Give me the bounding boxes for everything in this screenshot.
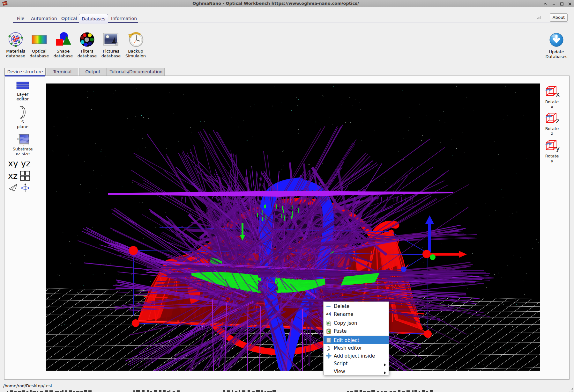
clipped-glyph (430, 390, 433, 392)
ribbon-button-shape[interactable]: Shape database (51, 32, 75, 58)
clipped-glyph (402, 391, 405, 392)
about-button[interactable]: About (550, 13, 568, 22)
resize-grip-icon[interactable] (569, 387, 573, 391)
view-tab-output[interactable]: Output (79, 68, 107, 76)
clipped-glyph (256, 390, 259, 392)
clipped-glyph (88, 390, 92, 392)
clipped-glyph (393, 391, 396, 392)
shade-button[interactable] (542, 1, 549, 8)
submenu-arrow-icon (384, 370, 386, 373)
ribbon-button-label: Filters database (75, 49, 99, 58)
clipped-glyph (232, 390, 233, 392)
menu-tab-databases[interactable]: Databases (79, 14, 108, 24)
filter-wheel-icon (79, 32, 95, 47)
close-button[interactable] (566, 1, 573, 8)
clipped-glyph (45, 390, 48, 392)
clipped-glyph (169, 390, 170, 392)
edit-square-icon (326, 338, 332, 343)
menu-item-label: Paste (334, 328, 347, 334)
sidebar-label: S plane (5, 120, 40, 129)
clipped-glyph (14, 391, 17, 392)
clipped-glyph (30, 390, 32, 392)
menu-tab-information[interactable]: Information (111, 15, 137, 22)
layers-icon[interactable] (16, 82, 30, 91)
picture-icon (103, 32, 119, 47)
clipped-glyph (133, 390, 135, 392)
clipped-glyph (69, 390, 72, 392)
grid-2x2-icon[interactable] (20, 171, 30, 182)
menu-item-label: Script (334, 361, 348, 367)
rotate-axis-letter: z (556, 117, 559, 125)
clipped-glyph (62, 390, 63, 392)
clipped-glyph (49, 390, 53, 392)
clipped-glyph (80, 391, 83, 392)
clipped-glyph (37, 391, 38, 392)
clipped-glyph (147, 390, 149, 392)
view-tab-tutorials-documentation[interactable]: Tutorials/Documentation (108, 68, 165, 76)
s-plane-icon[interactable] (19, 105, 26, 120)
menu-item-label: Mesh editor (334, 345, 362, 351)
menu-item-script[interactable]: Script (324, 360, 389, 368)
sidebar-label: Layer editor (5, 92, 40, 101)
clipped-glyph (398, 390, 400, 392)
menu-item-mesh-editor[interactable]: Mesh editor (324, 344, 389, 352)
clipped-glyph (367, 391, 370, 392)
ribbon-button-optical[interactable]: Optical database (27, 32, 51, 58)
clipped-glyph (22, 390, 26, 392)
minimize-button[interactable] (550, 1, 557, 8)
clipped-glyph (412, 390, 414, 392)
clipped-glyph (360, 390, 362, 392)
clipped-glyph (18, 391, 21, 392)
menu-separator (324, 336, 388, 336)
maximize-button[interactable] (558, 1, 565, 8)
menu-item-label: Add object inside (334, 353, 375, 359)
window-title: OghmaNano - Optical Workbench https://ww… (0, 0, 551, 7)
menu-tab-automation[interactable]: Automation (31, 15, 57, 22)
rename-icon: Ab (326, 311, 332, 317)
menu-item-copy-json[interactable]: Copy json (324, 319, 389, 327)
clipped-glyph (60, 391, 62, 392)
view-button-xz[interactable]: xz (8, 171, 18, 181)
menu-item-view[interactable]: View (324, 368, 389, 376)
clipped-glyph (261, 390, 263, 392)
backup-clock-icon (128, 32, 144, 47)
clipped-glyph (390, 391, 392, 392)
ribbon-button-materials[interactable]: Materials database (4, 32, 28, 58)
view-tab-device-structure[interactable]: Device structure (4, 68, 46, 76)
svg-text:z: z (23, 144, 25, 146)
menu-tab-optical[interactable]: Optical (61, 15, 77, 22)
minus-icon (326, 304, 332, 309)
download-globe-icon (548, 32, 564, 48)
ribbon-button-pictures[interactable]: Pictures database (99, 32, 123, 58)
clipped-glyph (272, 390, 276, 392)
clipped-glyph (167, 391, 169, 392)
clipped-glyph (136, 390, 140, 392)
view-button-xy-yz[interactable]: xy yz (8, 158, 31, 168)
view-tab-terminal[interactable]: Terminal (47, 68, 78, 76)
submenu-arrow-icon (384, 362, 386, 365)
rotate-orbit-icon[interactable] (20, 183, 30, 194)
substrate-icon[interactable]: x z (17, 133, 30, 147)
menu-item-rename[interactable]: AbRename (324, 310, 389, 318)
clipped-glyph (347, 391, 349, 392)
menu-item-paste[interactable]: Paste (324, 327, 389, 335)
menu-item-label: View (334, 369, 345, 374)
viewport-3d[interactable] (46, 83, 540, 371)
clipped-glyph (239, 390, 240, 392)
clipped-bottom-row (0, 389, 574, 392)
clipped-glyph (252, 391, 255, 392)
spectrum-icon (31, 32, 47, 47)
menu-separator (324, 319, 388, 319)
menu-item-delete[interactable]: Delete (324, 302, 389, 310)
menu-item-add-object-inside[interactable]: Add object inside (324, 352, 389, 360)
rotate-button-label: Rotate x (539, 99, 565, 109)
paper-plane-icon[interactable] (8, 184, 19, 193)
update-databases-button[interactable]: Update Databases (544, 32, 569, 59)
clipped-glyph (267, 391, 270, 392)
menu-tab-file[interactable]: File (17, 15, 24, 22)
ribbon-button-filters[interactable]: Filters database (75, 32, 99, 58)
rotate-button-label: Rotate z (539, 126, 565, 136)
plus-icon (326, 353, 332, 359)
ribbon-button-backup[interactable]: Backup Simulaion (123, 32, 148, 58)
menu-item-edit-object[interactable]: Edit object (324, 336, 389, 344)
